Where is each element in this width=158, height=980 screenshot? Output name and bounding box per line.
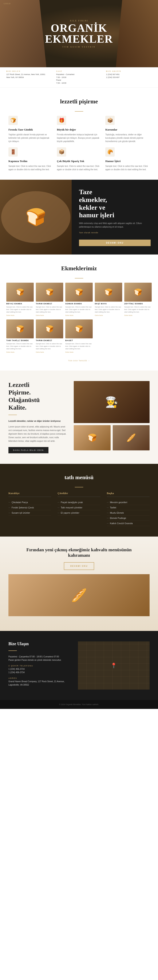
bread-link-5[interactable]: Daha fazla (124, 314, 152, 316)
bread-link-4[interactable]: Daha fazla (95, 314, 122, 316)
dark-section-content: Tazeekmekler,kekler vehamur işleri With … (72, 180, 158, 255)
bread-link-7[interactable]: Daha fazla (36, 351, 63, 353)
quality-left: LezzetliPişirme.OlağanüstüKalite. Lezzet… (8, 381, 68, 453)
bread-card-4: EKŞİ MAYA Sample text. Click to select t… (95, 283, 122, 316)
menu-item-1-3: Susam içli ürünler (8, 510, 51, 515)
feature-title-4: Kapınıza Teslim (8, 159, 53, 163)
dark-section-btn[interactable]: DEVAMI OKU (79, 240, 151, 246)
bread-card-8: BAGET Sample text. Click to select the r… (65, 320, 93, 353)
feature-text-5: Sample text. Click to select the raw tex… (57, 165, 101, 171)
contact-label: BIZI ARAYIN (106, 70, 152, 72)
info-bar: BIZI BULUN 127 Rock Street, 21 Avenue, N… (0, 67, 158, 88)
feature-title-1: Fırında Taze Günlük (8, 128, 53, 131)
quality-img-bread1: 🍞 (74, 425, 111, 450)
dark-section-title: Tazeekmekler,kekler vehamur işleri (79, 188, 151, 219)
menu-title: tatlı menüsü (8, 474, 150, 480)
bread-text-1: Sample text. Click to select the raw tex… (6, 306, 34, 313)
features-grid: 🍞 Fırında Taze Günlük Yaşlıları günlük o… (8, 116, 150, 171)
feature-title-3: Kurumlar (105, 128, 150, 131)
breakfast-image (8, 574, 150, 616)
bread-img-3 (65, 283, 93, 302)
bread-img-7 (36, 320, 63, 338)
bread-link-3[interactable]: Daha fazla (65, 314, 93, 316)
menu-item-3-5: Katkılı Cevizli Granola (107, 521, 150, 526)
feature-item-2: 🎁 Büyük bir değer Fırında ekmeklerden ko… (57, 116, 101, 143)
menu-col-donuts: Çörekler Paçalı taneğiyle çırak Tatlı me… (58, 492, 100, 526)
quality-text-bold: Lezzetli ekmekler, rulolar ve diğer ürün… (8, 419, 68, 423)
hero-title: ORGANİKEKMEKLER (45, 23, 113, 45)
dark-section-more-link[interactable]: Tam olarak nerede (79, 232, 151, 234)
quality-divider (8, 415, 17, 415)
breads-grid-row1: BEYAZ EKMEK Sample text. Click to select… (6, 283, 152, 316)
contact-hours: Pazartesi - Çarşamba 07:00 - 18:00 | Cum… (8, 655, 72, 662)
hours-text: Pazartesi - Cumartesi 7:00 - 18:00 Pazar… (56, 73, 102, 84)
feature-text-6: Sample text. Click to select the raw tex… (105, 165, 150, 171)
bread-card-empty2 (124, 320, 152, 353)
hero-image-left (0, 0, 46, 67)
features-divider (75, 111, 83, 111)
bread-text-6: Sample text. Click to select the raw tex… (6, 342, 34, 350)
bread-img-5 (124, 283, 152, 302)
breads-section: Ekmeklerimiz BEYAZ EKMEK Sample text. Cl… (0, 255, 158, 371)
feature-icon-5: 📦 (57, 147, 66, 157)
breakfast-btn[interactable]: DEVAMI OKU (64, 562, 94, 570)
bread-link-8[interactable]: Daha fazla (65, 351, 93, 353)
bread-name-8: BAGET (65, 339, 93, 342)
breads-more-link[interactable]: Tüm ürün Temizlik → (68, 360, 90, 362)
menu-col-other: Başka Mevsim gezetleri Tartlet Muzlu Ekm… (107, 492, 150, 526)
contact-divider (8, 651, 17, 651)
bread-card-2: TARIM EKMECİ Sample text. Click to selec… (36, 283, 63, 316)
contact-section: Bize Ulaşın Pazartesi - Çarşamba 07:00 -… (0, 631, 158, 700)
bread-card-1: BEYAZ EKMEK Sample text. Click to select… (6, 283, 34, 316)
menu-item-3-4: Ekmek Pudinge (107, 515, 150, 521)
bread-link-1[interactable]: Daha fazla (6, 314, 34, 316)
feature-text-4: Sample text. Click to select the raw tex… (8, 165, 53, 171)
contact-phones: 1 (234) 567-891 1 (234) 333-897 (106, 73, 152, 79)
feature-item-5: 📦 Çok Büyük Sipariş Yok Sample text. Cli… (57, 147, 101, 171)
features-section: lezzetli pişirme 🍞 Fırında Taze Günlük Y… (0, 88, 158, 180)
dark-section-image: 🍞 (0, 180, 72, 255)
bread-card-6: TAM TAHİLLİ EKMEK Sample text. Click to … (6, 320, 34, 353)
feature-text-2: Fırında ekmeklerden kolayca başlamak içi… (57, 133, 101, 143)
breakfast-content: Fırından yeni çıkmış ekmeğimiz kahvaltı … (8, 547, 150, 616)
breads-more: Tüm ürün Temizlik → (6, 356, 152, 364)
feature-item-3: 📦 Kurumlar Topluluğa, restoranlara, otel… (105, 116, 150, 143)
menu-col-cookies: Kurabiye Çikolatalı Parça Fındık Şekersi… (8, 492, 51, 526)
feature-item-1: 🍞 Fırında Taze Günlük Yaşlıları günlük o… (8, 116, 53, 143)
feature-icon-2: 🎁 (57, 116, 66, 125)
quality-img-baker: 👨‍🍳 (74, 381, 150, 423)
contact-address-value: Grand Haven Bread Company, 127 Rock Stre… (8, 680, 72, 687)
menu-item-3-3: Muzlu Ekmek (107, 510, 150, 515)
bread-link-6[interactable]: Daha fazla (6, 351, 34, 353)
menu-col-title-1: Kurabiye (8, 492, 51, 497)
feature-item-6: 🥐 Hamur İşleri Sample text. Click to sel… (105, 147, 150, 171)
menu-item-3-2: Tartlet (107, 505, 150, 510)
feature-text-1: Yaşlıları günlük olarak fırında pişirmek… (8, 133, 53, 143)
feature-icon-6: 🥐 (105, 147, 114, 157)
info-hours: SAAT Pazartesi - Cumartesi 7:00 - 18:00 … (54, 70, 104, 84)
bread-img-2 (36, 283, 63, 302)
quality-btn[interactable]: DAHA FAZLA BİLGİ EDİN (8, 447, 48, 453)
hero-content: Aile Fırını ORGANİKEKMEKLER Tüm Kesim Ye… (45, 19, 113, 48)
bread-link-2[interactable]: Daha fazla (36, 314, 63, 316)
menu-col-title-3: Başka (107, 492, 150, 497)
bread-name-4: EKŞİ MAYA (95, 303, 122, 305)
feature-icon-1: 🍞 (8, 116, 18, 125)
bread-card-empty1 (95, 320, 122, 353)
menu-item-1-2: Fındık Şekersiz Çeviz (8, 505, 51, 510)
dark-section-bread-emoji: 🍞 (0, 180, 72, 255)
menu-item-2-3: El yapımı çörekler (58, 510, 100, 515)
breakfast-section: Fırından yeni çıkmış ekmeğimiz kahvaltı … (0, 536, 158, 631)
bread-img-4 (95, 283, 122, 302)
find-us-label: BIZI BULUN (6, 70, 52, 72)
breads-title: Ekmeklerimiz (6, 265, 152, 272)
bread-name-7: TARIM EKMECİ (36, 339, 63, 342)
bread-text-2: Sample text. Click to select the raw tex… (36, 306, 63, 313)
logo: LOGO (4, 3, 11, 5)
bread-name-3: SOMUN EKMEK (65, 303, 93, 305)
bread-img-6 (6, 320, 34, 338)
features-title: lezzetli pişirme (8, 98, 150, 105)
bread-img-1 (6, 283, 34, 302)
quality-img-bread2: 🥖 (113, 425, 150, 450)
feature-item-4: 🚪 Kapınıza Teslim Sample text. Click to … (8, 147, 53, 171)
